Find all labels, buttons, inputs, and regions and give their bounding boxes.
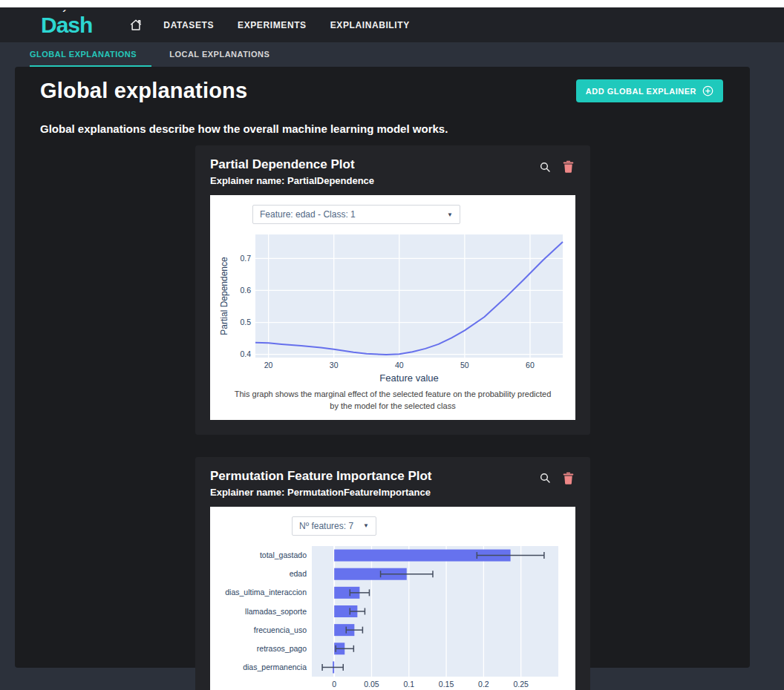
svg-text:0.6: 0.6 bbox=[240, 286, 251, 295]
svg-text:dias_permanencia: dias_permanencia bbox=[243, 663, 307, 671]
nav-item-explainability[interactable]: EXPLAINABILITY bbox=[330, 20, 410, 30]
magnifier-icon[interactable] bbox=[539, 472, 551, 484]
trash-icon[interactable] bbox=[563, 472, 574, 484]
svg-text:0.7: 0.7 bbox=[240, 254, 251, 263]
add-global-explainer-label: ADD GLOBAL EXPLAINER bbox=[586, 87, 696, 96]
trash-icon[interactable] bbox=[563, 160, 574, 173]
logo-accent-mark: ´ bbox=[62, 10, 65, 22]
pfi-figure-panel: Nº features: 7 ▼ 00.050.10.150.20.25tota… bbox=[210, 507, 575, 690]
permutation-importance-card: Permutation Feature Importance Plot Expl… bbox=[195, 457, 590, 690]
nav-item-experiments[interactable]: EXPERIMENTS bbox=[238, 20, 307, 30]
explanations-tabbar: GLOBAL EXPLANATIONS LOCAL EXPLANATIONS bbox=[0, 42, 784, 67]
svg-text:0.05: 0.05 bbox=[364, 680, 379, 689]
card-title: Partial Dependence Plot bbox=[210, 157, 374, 172]
svg-text:retrasos_pago: retrasos_pago bbox=[257, 644, 307, 653]
caret-down-icon: ▼ bbox=[447, 211, 453, 218]
magnifier-icon[interactable] bbox=[539, 161, 551, 173]
explainer-name: Explainer name: PartialDependence bbox=[210, 175, 374, 186]
svg-text:0.4: 0.4 bbox=[240, 349, 251, 358]
svg-text:Partial Dependence: Partial Dependence bbox=[219, 257, 229, 335]
svg-text:Feature value: Feature value bbox=[379, 372, 439, 384]
pdp-figure-panel: Feature: edad - Class: 1 ▼ 20304050600.4… bbox=[210, 195, 575, 420]
svg-text:frecuencia_uso: frecuencia_uso bbox=[254, 625, 307, 634]
explainer-name: Explainer name: PermutationFeatureImport… bbox=[210, 487, 432, 498]
plus-circle-icon bbox=[702, 85, 713, 96]
svg-text:0: 0 bbox=[332, 680, 336, 689]
app-logo-text: Dash bbox=[41, 13, 92, 37]
home-icon[interactable] bbox=[129, 19, 143, 32]
card-title: Permutation Feature Importance Plot bbox=[210, 469, 432, 484]
global-explanations-panel: Global explanations ADD GLOBAL EXPLAINER… bbox=[15, 67, 750, 668]
tab-local-explanations[interactable]: LOCAL EXPLANATIONS bbox=[169, 42, 284, 67]
partial-dependence-card: Partial Dependence Plot Explainer name: … bbox=[195, 145, 590, 435]
svg-text:edad: edad bbox=[290, 569, 307, 578]
caret-down-icon: ▼ bbox=[363, 522, 369, 529]
feature-class-dropdown[interactable]: Feature: edad - Class: 1 ▼ bbox=[252, 205, 460, 224]
svg-text:0.2: 0.2 bbox=[478, 680, 489, 689]
svg-text:llamadas_soporte: llamadas_soporte bbox=[245, 606, 307, 615]
svg-text:0.25: 0.25 bbox=[513, 680, 529, 689]
svg-text:20: 20 bbox=[264, 361, 273, 369]
navbar: Dash ´ DATASETS EXPERIMENTS EXPLAINABILI… bbox=[0, 7, 784, 42]
feature-class-dropdown-value: Feature: edad - Class: 1 bbox=[260, 209, 356, 220]
pdp-line-chart[interactable]: 20304050600.40.50.60.7Feature valueParti… bbox=[218, 230, 575, 387]
nav-item-datasets[interactable]: DATASETS bbox=[163, 20, 214, 30]
svg-text:30: 30 bbox=[330, 361, 339, 369]
svg-text:dias_ultima_interaccion: dias_ultima_interaccion bbox=[225, 588, 307, 597]
svg-text:total_gastado: total_gastado bbox=[260, 551, 307, 559]
page-title: Global explanations bbox=[40, 79, 247, 103]
app-logo[interactable]: Dash ´ bbox=[41, 14, 92, 36]
svg-text:0.5: 0.5 bbox=[240, 318, 251, 326]
pfi-bar-chart[interactable]: 00.050.10.150.20.25total_gastadoedaddias… bbox=[218, 542, 575, 690]
tab-global-explanations[interactable]: GLOBAL EXPLANATIONS bbox=[30, 42, 151, 67]
window-top-strip bbox=[0, 0, 784, 7]
add-global-explainer-button[interactable]: ADD GLOBAL EXPLAINER bbox=[576, 79, 723, 102]
page-subtitle: Global explanations describe how the ove… bbox=[40, 122, 750, 135]
svg-text:0.1: 0.1 bbox=[403, 680, 414, 689]
svg-text:50: 50 bbox=[460, 361, 469, 369]
svg-text:60: 60 bbox=[526, 361, 535, 369]
pdp-caption: This graph shows the marginal effect of … bbox=[229, 389, 556, 413]
svg-text:40: 40 bbox=[395, 361, 404, 369]
svg-text:0.15: 0.15 bbox=[439, 680, 454, 689]
n-features-dropdown-value: Nº features: 7 bbox=[299, 521, 353, 531]
n-features-dropdown[interactable]: Nº features: 7 ▼ bbox=[292, 516, 376, 536]
